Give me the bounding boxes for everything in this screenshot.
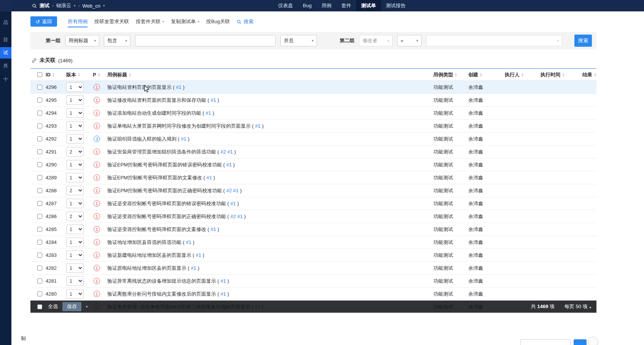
case-title-link[interactable]: 验证EPM控制帐号密码弹框页面的正确密码校准功能 — [107, 188, 222, 193]
table-row[interactable]: 428411验证地址增加区县筛选的筛选功能 ( #1 )功能测试余沛鑫 — [30, 236, 596, 249]
bottom-button[interactable] — [574, 339, 587, 345]
story-ref-link[interactable]: #1 — [211, 226, 216, 232]
table-row[interactable]: 428211验证原电站地址增加区县的页面显示 ( #1 )功能测试余沛鑫 — [30, 262, 596, 275]
version-select[interactable]: 1 — [66, 250, 84, 260]
sidebar-item-3[interactable]: 肖 — [0, 60, 11, 71]
story-ref-link[interactable]: #2 — [231, 214, 236, 219]
case-title-link[interactable]: 验证组织筛选输入框的输入规则 — [107, 136, 177, 142]
column-header-1[interactable]: 版本▲▼ — [64, 71, 91, 78]
row-checkbox[interactable] — [37, 253, 42, 258]
table-row[interactable]: 429411验证添加电站自动生成创建时间字段的功能 ( #1 )功能测试余沛鑫 — [30, 107, 596, 120]
sidebar-item-4[interactable]: 十 — [0, 74, 11, 85]
nav-item-2[interactable]: 用例 — [316, 0, 336, 11]
breadcrumb-item-1[interactable]: 锦浪云 — [56, 2, 71, 9]
table-row[interactable]: 4286121验证逆变器控制帐号密码弹框页面的正确密码校准功能 ( #2 #1 … — [30, 210, 596, 223]
version-select[interactable]: 12 — [66, 186, 84, 195]
nav-item-1[interactable]: Bug — [298, 0, 316, 11]
case-title-link[interactable]: 验证电站资料页面的页面显示 — [107, 84, 172, 90]
story-ref-link[interactable]: #1 — [255, 123, 261, 129]
nav-item-4[interactable]: 测试单 — [356, 0, 381, 11]
row-checkbox[interactable] — [37, 279, 42, 283]
table-row[interactable]: 4288121验证EPM控制帐号密码弹框页面的正确密码校准功能 ( #2 #1 … — [30, 184, 596, 197]
version-select[interactable]: 1 — [66, 237, 84, 247]
join-select[interactable]: 并且 ▾ — [280, 35, 317, 46]
column-header-5[interactable]: 创建▲▼ — [466, 71, 502, 78]
row-checkbox[interactable] — [37, 98, 42, 103]
case-title-link[interactable]: 验证地址增加区县筛选的筛选功能 — [107, 239, 181, 245]
case-title-link[interactable]: 验证逆变器控制帐号密码弹框页面的错误密码校准功能 — [107, 201, 226, 206]
table-row[interactable]: 428111验证异常离线状态的设备增加提示信息的页面显示 ( #1 )功能测试余… — [30, 275, 596, 288]
version-select[interactable]: 12 — [66, 212, 84, 221]
version-select[interactable]: 1 — [66, 121, 84, 131]
story-ref-link[interactable]: #1 — [237, 214, 243, 219]
nav-item-3[interactable]: 套件 — [336, 0, 356, 11]
case-title-link[interactable]: 验证EPM控制帐号密码弹框页面的错误密码校准功能 — [107, 162, 222, 168]
version-select[interactable]: 1 — [66, 108, 84, 118]
row-checkbox[interactable] — [37, 123, 42, 128]
table-row[interactable]: 428511验证逆变器控制帐号密码弹框页面的文案修改 ( #1 )功能测试余沛鑫 — [30, 223, 596, 236]
row-checkbox[interactable] — [37, 111, 42, 116]
column-header-8[interactable]: 结果▲▼ — [580, 71, 596, 78]
breadcrumb-item-0[interactable]: 测试 — [40, 2, 49, 9]
tab-0[interactable]: 所有用例 — [68, 16, 87, 27]
table-row[interactable]: 429611验证电站资料页面的页面显示 ( #1 )功能测试余沛鑫 — [30, 81, 596, 94]
table-row[interactable]: 428911验证EPM控制帐号密码弹框页面的文案修改 ( #1 )功能测试余沛鑫 — [30, 171, 596, 184]
filter-value-input-2[interactable]: ▾ — [426, 35, 562, 46]
row-checkbox[interactable] — [37, 149, 42, 154]
row-checkbox[interactable] — [37, 188, 42, 193]
case-title-link[interactable]: 验证离散率分析问号按钮内文案修改后的页面显示 — [107, 291, 216, 297]
field-select-1[interactable]: 用例标题 ▾ — [65, 35, 99, 46]
case-title-link[interactable]: 验证添加电站自动生成创建时间字段的功能 — [107, 110, 201, 116]
version-select[interactable]: 1 — [66, 82, 84, 92]
version-select[interactable]: 1 — [66, 225, 84, 234]
story-ref-link[interactable]: #1 — [227, 149, 233, 155]
tab-5[interactable]: 搜索 — [237, 16, 253, 27]
table-row[interactable]: 4291121验证安装商管理页面增加组织筛选条件的筛选功能 ( #2 #1 )功… — [30, 146, 596, 158]
case-title-link[interactable]: 验证异常离线状态的设备增加提示信息的页面显示 — [107, 278, 216, 284]
story-ref-link[interactable]: #1 — [181, 136, 186, 142]
search-button[interactable]: 搜索 — [574, 35, 592, 47]
column-header-2[interactable]: P▲▼ — [91, 72, 105, 78]
select-all-checkbox[interactable] — [37, 304, 42, 309]
story-ref-link[interactable]: #1 — [207, 175, 212, 180]
case-title-link[interactable]: 验证新建电站地址增加区县的页面显示 — [107, 252, 191, 258]
story-ref-link[interactable]: #1 — [191, 265, 196, 271]
header-select-checkbox[interactable] — [37, 72, 42, 77]
case-title-link[interactable]: 验证逆变器控制帐号密码弹框页面的正确密码校准功能 — [107, 214, 226, 219]
version-select[interactable]: 1 — [66, 173, 84, 182]
story-ref-link[interactable]: #1 — [221, 278, 226, 284]
row-checkbox[interactable] — [37, 227, 42, 232]
row-checkbox[interactable] — [37, 214, 42, 219]
back-button[interactable]: ↺ 返回 — [30, 16, 57, 27]
version-select[interactable]: 1 — [66, 276, 84, 286]
table-row[interactable]: 428711验证逆变器控制帐号密码弹框页面的错误密码校准功能 ( #1 )功能测… — [30, 197, 596, 210]
nav-item-0[interactable]: 仪表盘 — [273, 0, 298, 11]
operator-select-2[interactable]: = ▾ — [397, 35, 421, 46]
story-ref-link[interactable]: #1 — [206, 110, 211, 116]
story-ref-link[interactable]: #1 — [221, 291, 226, 297]
row-checkbox[interactable] — [37, 136, 42, 141]
field-select-2[interactable]: 修改者 ▾ — [359, 35, 393, 46]
sidebar-logo[interactable] — [0, 0, 11, 11]
row-checkbox[interactable] — [37, 175, 42, 180]
row-checkbox[interactable] — [37, 291, 42, 296]
version-select[interactable]: 1 — [66, 263, 84, 273]
story-ref-link[interactable]: #2 — [221, 149, 226, 155]
per-page-selector[interactable]: 每页 50 项▴ — [564, 303, 591, 310]
filter-value-input-1[interactable] — [135, 35, 276, 46]
sidebar-item-0[interactable]: 品 — [0, 17, 11, 28]
table-row[interactable]: 428011验证离散率分析问号按钮内文案修改后的页面显示 ( #1 )功能测试余… — [30, 288, 596, 301]
table-row[interactable]: 429011验证EPM控制帐号密码弹框页面的错误密码校准功能 ( #1 )功能测… — [30, 158, 596, 171]
story-ref-link[interactable]: #1 — [196, 252, 201, 258]
story-ref-link[interactable]: #1 — [233, 188, 239, 193]
case-title-link[interactable]: 验证EPM控制帐号密码弹框页面的文案修改 — [107, 175, 202, 180]
column-header-7[interactable]: 执行时间▲▼ — [538, 71, 580, 78]
story-ref-link[interactable]: #1 — [226, 162, 232, 168]
case-title-link[interactable]: 验证修改电站资料页面的页面显示和保存功能 — [107, 97, 206, 103]
column-header-0[interactable]: ID▲▼ — [43, 72, 64, 78]
case-title-link[interactable]: 验证单电站大屏页面并网时间字段修改为创建时间字段的页面显示 — [107, 123, 251, 129]
operator-select-1[interactable]: 包含 ▾ — [104, 35, 130, 46]
save-button[interactable]: 保存 — [62, 302, 81, 311]
case-title-link[interactable]: 验证安装商管理页面增加组织筛选条件的筛选功能 — [107, 149, 216, 155]
version-select[interactable]: 1 — [66, 289, 84, 299]
